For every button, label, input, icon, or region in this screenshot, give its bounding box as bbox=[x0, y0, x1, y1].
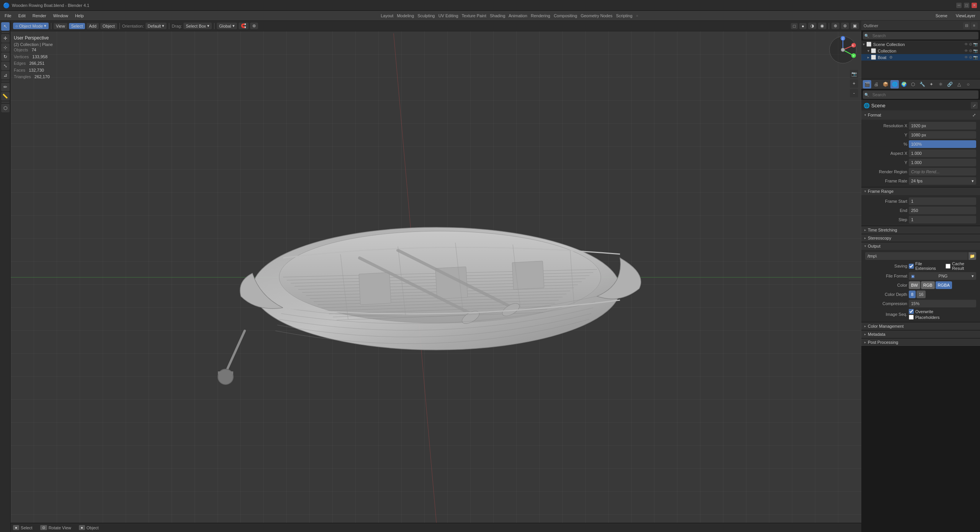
format-section-header[interactable]: ▾ Format ⤢ bbox=[861, 110, 980, 120]
output-section-header[interactable]: ▾ Output bbox=[861, 242, 980, 250]
color-rgb-btn[interactable]: RGB bbox=[921, 281, 935, 289]
placeholders-input[interactable] bbox=[909, 315, 914, 320]
menu-window[interactable]: Window bbox=[50, 13, 71, 19]
move-tool-btn[interactable]: ⊹ bbox=[1, 43, 10, 52]
outliner-item-collection[interactable]: ▾ ⬜ Collection 👁 ⚙ 📷 bbox=[861, 48, 980, 54]
output-props-icon[interactable]: 🖨 bbox=[872, 80, 880, 89]
menu-render[interactable]: Render bbox=[29, 13, 49, 19]
viewport-shading-wire[interactable]: □ bbox=[791, 23, 798, 29]
cache-result-input[interactable] bbox=[946, 264, 951, 269]
viewport-shading-render[interactable]: ◉ bbox=[818, 23, 826, 29]
outliner-options-btn[interactable]: ≡ bbox=[971, 22, 978, 29]
outliner-filter-btn[interactable]: ⊟ bbox=[963, 22, 970, 29]
post-processing-header[interactable]: ▸ Post Processing bbox=[861, 338, 980, 346]
color-management-header[interactable]: ▸ Color Management bbox=[861, 322, 980, 330]
data-props-icon[interactable]: △ bbox=[955, 80, 963, 89]
overwrite-input[interactable] bbox=[909, 309, 914, 314]
view-layer-props-icon[interactable]: 📦 bbox=[881, 80, 890, 89]
select-menu[interactable]: Select bbox=[69, 23, 85, 29]
aspect-x-value[interactable]: 1.000 bbox=[909, 149, 976, 157]
format-expand-btn[interactable]: ⤢ bbox=[971, 112, 977, 118]
crop-value[interactable]: Crop to Rend... bbox=[909, 168, 976, 176]
scene-props-icon[interactable]: 🌐 bbox=[890, 80, 899, 89]
gizmo-toggle[interactable]: ⊕ bbox=[831, 23, 839, 29]
material-props-icon[interactable]: ○ bbox=[964, 80, 972, 89]
global-btn[interactable]: Global ▾ bbox=[217, 23, 237, 29]
world-props-icon[interactable]: 🌍 bbox=[900, 80, 908, 89]
constraints-props-icon[interactable]: 🔗 bbox=[946, 80, 954, 89]
drag-dropdown[interactable]: Select Box ▾ bbox=[183, 23, 212, 29]
compression-value[interactable]: 15% bbox=[909, 300, 976, 307]
zoom-out-btn[interactable]: - bbox=[850, 89, 858, 97]
color-depth-8-btn[interactable]: 8 bbox=[909, 291, 916, 298]
proportional-btn[interactable]: ⊚ bbox=[250, 23, 258, 29]
time-stretching-header[interactable]: ▸ Time Stretching bbox=[861, 226, 980, 234]
close-button[interactable]: ✕ bbox=[972, 3, 977, 8]
color-depth-16-btn[interactable]: 16 bbox=[916, 291, 926, 298]
viewport-container: ○ Object Mode ▾ View Select Add Object O… bbox=[11, 21, 861, 532]
color-rgba-btn[interactable]: RGBA bbox=[936, 281, 952, 289]
view-menu[interactable]: View bbox=[54, 23, 67, 29]
output-path-browse-btn[interactable]: 📁 bbox=[969, 252, 976, 260]
annotate-tool-btn[interactable]: ✏ bbox=[1, 83, 10, 91]
overlay-toggle[interactable]: ⊛ bbox=[841, 23, 849, 29]
cursor-tool-btn[interactable]: ✛ bbox=[1, 34, 10, 43]
cache-result-checkbox[interactable]: Cache Result bbox=[946, 261, 976, 271]
viewport-3d[interactable]: User Perspective (2) Collection | Plane … bbox=[11, 31, 861, 523]
modifier-props-icon[interactable]: 🔧 bbox=[918, 80, 926, 89]
scene-title: 🌐 Scene bbox=[864, 103, 885, 108]
frame-end-value[interactable]: 250 bbox=[909, 207, 976, 214]
xray-toggle[interactable]: ▣ bbox=[851, 23, 859, 29]
metadata-header[interactable]: ▸ Metadata bbox=[861, 330, 980, 338]
file-extensions-checkbox[interactable]: File Extensions bbox=[909, 261, 942, 271]
particles-props-icon[interactable]: ✦ bbox=[927, 80, 936, 89]
physics-props-icon[interactable]: ⚛ bbox=[936, 80, 945, 89]
object-props-icon[interactable]: ⬡ bbox=[909, 80, 917, 89]
scale-tool-btn[interactable]: ⤡ bbox=[1, 62, 10, 70]
navigation-gizmo[interactable]: X Y Z bbox=[828, 34, 858, 65]
outliner-search-input[interactable] bbox=[870, 32, 977, 39]
outliner-item-boat[interactable]: ▸ ⬜ Boat ⚙ 👁 ⚙ 📷 bbox=[861, 54, 980, 61]
file-format-dropdown[interactable]: ▣ PNG ▾ bbox=[909, 272, 976, 280]
minimize-button[interactable]: ─ bbox=[956, 3, 962, 8]
viewport-shading-material[interactable]: ◑ bbox=[808, 23, 816, 29]
viewport-shading-solid[interactable]: ● bbox=[799, 23, 807, 29]
maximize-button[interactable]: □ bbox=[964, 3, 969, 8]
render-props-icon[interactable]: 🎬 bbox=[863, 80, 871, 89]
output-path-input[interactable] bbox=[865, 252, 968, 260]
zoom-in-btn[interactable]: + bbox=[850, 79, 858, 88]
resolution-y-value[interactable]: 1080 px bbox=[909, 131, 976, 139]
orientation-dropdown[interactable]: Default ▾ bbox=[146, 23, 167, 29]
add-tool-btn[interactable]: ⬡ bbox=[1, 104, 10, 112]
aspect-y-value[interactable]: 1.000 bbox=[909, 159, 976, 166]
resolution-x-value[interactable]: 1920 px bbox=[909, 122, 976, 130]
scene-expand-icon[interactable]: ⤢ bbox=[971, 102, 978, 109]
frame-step-value[interactable]: 1 bbox=[909, 216, 976, 223]
stereoscopy-header[interactable]: ▸ Stereoscopy bbox=[861, 234, 980, 242]
transform-tool-btn[interactable]: ⊿ bbox=[1, 71, 10, 79]
placeholders-checkbox[interactable]: Placeholders bbox=[909, 315, 976, 320]
frame-start-value[interactable]: 1 bbox=[909, 197, 976, 205]
menu-edit[interactable]: Edit bbox=[15, 13, 29, 19]
frame-range-header[interactable]: ▾ Frame Range bbox=[861, 187, 980, 195]
scene-selector[interactable]: Scene bbox=[933, 13, 951, 19]
mode-dropdown[interactable]: ○ Object Mode ▾ bbox=[13, 23, 49, 29]
color-bw-btn[interactable]: BW bbox=[909, 281, 920, 289]
menu-file[interactable]: File bbox=[2, 13, 15, 19]
frame-rate-dropdown[interactable]: 24 fps ▾ bbox=[909, 177, 976, 185]
menu-help[interactable]: Help bbox=[72, 13, 87, 19]
measure-tool-btn[interactable]: 📏 bbox=[1, 92, 10, 100]
select-tool-btn[interactable]: ↖ bbox=[1, 22, 10, 31]
overwrite-checkbox[interactable]: Overwrite bbox=[909, 309, 976, 314]
viewlayer-selector[interactable]: ViewLayer bbox=[953, 13, 978, 19]
props-search-input[interactable] bbox=[870, 91, 977, 99]
snap-btn[interactable]: 🧲 bbox=[239, 23, 249, 29]
camera-btn[interactable]: 📷 bbox=[850, 70, 858, 78]
rotate-tool-btn[interactable]: ↻ bbox=[1, 53, 10, 61]
compression-row: Compression 15% bbox=[864, 299, 978, 308]
outliner-item-scene-collection[interactable]: ▾ ⬜ Scene Collection 👁 ⚙ 📷 bbox=[861, 41, 980, 48]
object-menu[interactable]: Object bbox=[100, 23, 117, 29]
file-extensions-input[interactable] bbox=[909, 264, 914, 269]
percent-value[interactable]: 100% bbox=[909, 140, 976, 148]
add-menu[interactable]: Add bbox=[87, 23, 99, 29]
